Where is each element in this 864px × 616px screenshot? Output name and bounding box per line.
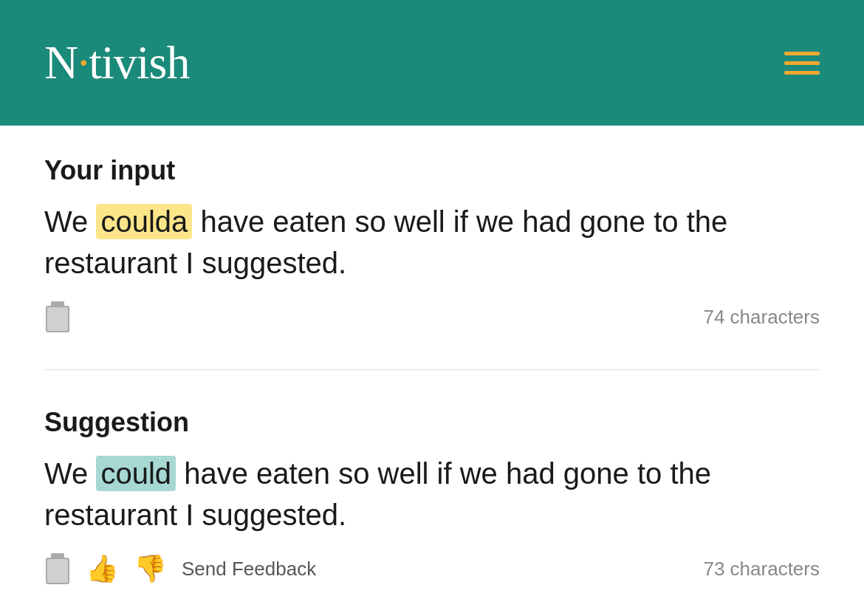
hamburger-menu-button[interactable] (784, 52, 820, 75)
clipboard-body (46, 306, 69, 332)
thumbs-down-button[interactable]: 👎 (134, 553, 167, 584)
main-content: Your input We coulda have eaten so well … (0, 126, 864, 616)
input-footer-left (44, 301, 71, 332)
hamburger-line-3 (784, 71, 820, 75)
thumbs-up-button[interactable]: 👍 (86, 553, 119, 584)
input-copy-button[interactable] (44, 301, 71, 332)
suggestion-footer-left: 👍 👎 Send Feedback (44, 553, 316, 584)
input-section-title: Your input (44, 155, 820, 186)
suggestion-clipboard-body (46, 558, 69, 584)
suggestion-sentence-text: We could have eaten so well if we had go… (44, 453, 820, 535)
hamburger-line-2 (784, 61, 820, 65)
send-feedback-button[interactable]: Send Feedback (182, 558, 316, 581)
suggestion-char-count: 73 characters (703, 558, 820, 581)
app-logo: N·tivish (44, 35, 189, 90)
input-section: Your input We coulda have eaten so well … (44, 155, 820, 332)
suggestion-section-title: Suggestion (44, 407, 820, 438)
suggestion-text-before: We (44, 457, 88, 490)
logo-dot: · (78, 36, 89, 89)
input-sentence-text: We coulda have eaten so well if we had g… (44, 201, 820, 284)
input-highlighted-word: coulda (96, 204, 192, 239)
logo-text: N·tivish (44, 36, 189, 89)
suggestion-section-footer: 👍 👎 Send Feedback 73 characters (44, 553, 820, 584)
hamburger-line-1 (784, 52, 820, 55)
suggestion-highlighted-word: could (96, 456, 176, 491)
input-char-count: 74 characters (703, 306, 820, 329)
app-header: N·tivish (0, 0, 864, 126)
suggestion-section: Suggestion We could have eaten so well i… (44, 407, 820, 584)
input-text-before: We (44, 205, 88, 238)
input-section-footer: 74 characters (44, 301, 820, 332)
section-divider (44, 369, 820, 370)
suggestion-copy-button[interactable] (44, 553, 71, 584)
